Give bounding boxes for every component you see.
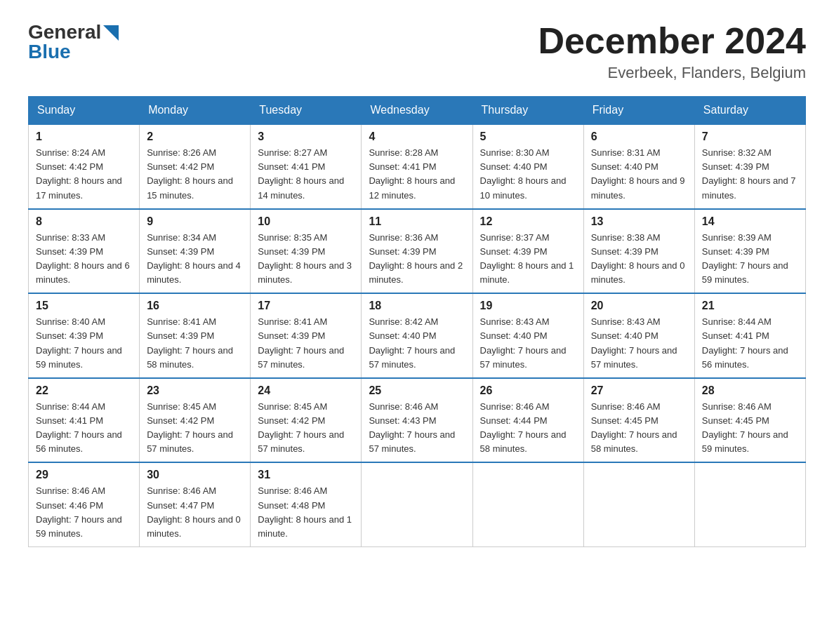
calendar-day-cell: 19 Sunrise: 8:43 AMSunset: 4:40 PMDaylig… bbox=[472, 293, 583, 378]
day-info: Sunrise: 8:44 AMSunset: 4:41 PMDaylight:… bbox=[702, 316, 788, 369]
calendar-day-cell: 28 Sunrise: 8:46 AMSunset: 4:45 PMDaylig… bbox=[694, 378, 805, 463]
day-number: 31 bbox=[258, 469, 354, 481]
logo: General Blue bbox=[28, 21, 119, 63]
day-number: 20 bbox=[591, 300, 687, 312]
title-area: December 2024 Everbeek, Flanders, Belgiu… bbox=[538, 21, 806, 82]
day-info: Sunrise: 8:36 AMSunset: 4:39 PMDaylight:… bbox=[369, 232, 463, 285]
weekday-header-row: SundayMondayTuesdayWednesdayThursdayFrid… bbox=[29, 97, 806, 125]
day-number: 9 bbox=[147, 215, 243, 228]
day-info: Sunrise: 8:43 AMSunset: 4:40 PMDaylight:… bbox=[480, 316, 567, 369]
day-number: 26 bbox=[480, 384, 576, 397]
day-info: Sunrise: 8:46 AMSunset: 4:43 PMDaylight:… bbox=[369, 401, 455, 454]
day-number: 28 bbox=[702, 384, 798, 397]
calendar-day-cell: 15 Sunrise: 8:40 AMSunset: 4:39 PMDaylig… bbox=[29, 293, 140, 378]
day-number: 22 bbox=[36, 384, 132, 397]
weekday-header-tuesday: Tuesday bbox=[251, 97, 362, 125]
day-info: Sunrise: 8:24 AMSunset: 4:42 PMDaylight:… bbox=[36, 147, 122, 200]
calendar-week-row: 1 Sunrise: 8:24 AMSunset: 4:42 PMDayligh… bbox=[29, 124, 806, 209]
logo-blue-text: Blue bbox=[28, 41, 71, 63]
calendar-day-cell: 23 Sunrise: 8:45 AMSunset: 4:42 PMDaylig… bbox=[140, 378, 251, 463]
calendar-day-cell: 7 Sunrise: 8:32 AMSunset: 4:39 PMDayligh… bbox=[694, 124, 805, 209]
calendar-day-cell: 13 Sunrise: 8:38 AMSunset: 4:39 PMDaylig… bbox=[583, 209, 694, 294]
weekday-header-thursday: Thursday bbox=[472, 97, 583, 125]
day-number: 5 bbox=[480, 130, 576, 143]
day-info: Sunrise: 8:42 AMSunset: 4:40 PMDaylight:… bbox=[369, 316, 455, 369]
day-number: 21 bbox=[702, 300, 798, 312]
day-info: Sunrise: 8:46 AMSunset: 4:44 PMDaylight:… bbox=[480, 401, 567, 454]
month-title: December 2024 bbox=[538, 21, 806, 61]
calendar-day-cell: 14 Sunrise: 8:39 AMSunset: 4:39 PMDaylig… bbox=[694, 209, 805, 294]
day-number: 4 bbox=[369, 130, 465, 143]
day-number: 14 bbox=[702, 215, 798, 228]
day-number: 17 bbox=[258, 300, 354, 312]
day-info: Sunrise: 8:46 AMSunset: 4:46 PMDaylight:… bbox=[36, 485, 122, 538]
day-info: Sunrise: 8:46 AMSunset: 4:45 PMDaylight:… bbox=[591, 401, 677, 454]
calendar-day-cell: 5 Sunrise: 8:30 AMSunset: 4:40 PMDayligh… bbox=[472, 124, 583, 209]
calendar-day-cell: 1 Sunrise: 8:24 AMSunset: 4:42 PMDayligh… bbox=[29, 124, 140, 209]
calendar-day-cell: 2 Sunrise: 8:26 AMSunset: 4:42 PMDayligh… bbox=[140, 124, 251, 209]
calendar-day-cell: 4 Sunrise: 8:28 AMSunset: 4:41 PMDayligh… bbox=[362, 124, 472, 209]
calendar-day-cell: 20 Sunrise: 8:43 AMSunset: 4:40 PMDaylig… bbox=[583, 293, 694, 378]
calendar-table: SundayMondayTuesdayWednesdayThursdayFrid… bbox=[28, 96, 806, 547]
calendar-day-cell: 12 Sunrise: 8:37 AMSunset: 4:39 PMDaylig… bbox=[472, 209, 583, 294]
calendar-day-cell bbox=[472, 462, 583, 546]
day-number: 7 bbox=[702, 130, 798, 143]
day-number: 11 bbox=[369, 215, 465, 228]
day-info: Sunrise: 8:43 AMSunset: 4:40 PMDaylight:… bbox=[591, 316, 677, 369]
day-info: Sunrise: 8:31 AMSunset: 4:40 PMDaylight:… bbox=[591, 147, 685, 200]
day-number: 25 bbox=[369, 384, 465, 397]
location-subtitle: Everbeek, Flanders, Belgium bbox=[538, 64, 806, 82]
calendar-day-cell: 24 Sunrise: 8:45 AMSunset: 4:42 PMDaylig… bbox=[251, 378, 362, 463]
day-info: Sunrise: 8:44 AMSunset: 4:41 PMDaylight:… bbox=[36, 401, 122, 454]
day-number: 2 bbox=[147, 130, 243, 143]
weekday-header-wednesday: Wednesday bbox=[362, 97, 472, 125]
calendar-day-cell: 27 Sunrise: 8:46 AMSunset: 4:45 PMDaylig… bbox=[583, 378, 694, 463]
day-info: Sunrise: 8:40 AMSunset: 4:39 PMDaylight:… bbox=[36, 316, 122, 369]
calendar-day-cell: 25 Sunrise: 8:46 AMSunset: 4:43 PMDaylig… bbox=[362, 378, 472, 463]
day-info: Sunrise: 8:35 AMSunset: 4:39 PMDaylight:… bbox=[258, 232, 352, 285]
day-info: Sunrise: 8:37 AMSunset: 4:39 PMDaylight:… bbox=[480, 232, 574, 285]
logo-arrow-icon bbox=[103, 25, 119, 41]
day-number: 8 bbox=[36, 215, 132, 228]
day-info: Sunrise: 8:46 AMSunset: 4:45 PMDaylight:… bbox=[702, 401, 788, 454]
day-number: 3 bbox=[258, 130, 354, 143]
day-info: Sunrise: 8:46 AMSunset: 4:48 PMDaylight:… bbox=[258, 485, 352, 538]
day-number: 13 bbox=[591, 215, 687, 228]
day-info: Sunrise: 8:27 AMSunset: 4:41 PMDaylight:… bbox=[258, 147, 344, 200]
calendar-day-cell bbox=[362, 462, 472, 546]
day-number: 1 bbox=[36, 130, 132, 143]
calendar-day-cell: 18 Sunrise: 8:42 AMSunset: 4:40 PMDaylig… bbox=[362, 293, 472, 378]
calendar-day-cell: 8 Sunrise: 8:33 AMSunset: 4:39 PMDayligh… bbox=[29, 209, 140, 294]
calendar-day-cell: 26 Sunrise: 8:46 AMSunset: 4:44 PMDaylig… bbox=[472, 378, 583, 463]
calendar-day-cell: 17 Sunrise: 8:41 AMSunset: 4:39 PMDaylig… bbox=[251, 293, 362, 378]
calendar-day-cell: 16 Sunrise: 8:41 AMSunset: 4:39 PMDaylig… bbox=[140, 293, 251, 378]
svg-marker-0 bbox=[103, 25, 119, 41]
weekday-header-monday: Monday bbox=[140, 97, 251, 125]
day-info: Sunrise: 8:46 AMSunset: 4:47 PMDaylight:… bbox=[147, 485, 241, 538]
day-info: Sunrise: 8:45 AMSunset: 4:42 PMDaylight:… bbox=[258, 401, 344, 454]
day-info: Sunrise: 8:26 AMSunset: 4:42 PMDaylight:… bbox=[147, 147, 233, 200]
weekday-header-friday: Friday bbox=[583, 97, 694, 125]
calendar-week-row: 8 Sunrise: 8:33 AMSunset: 4:39 PMDayligh… bbox=[29, 209, 806, 294]
day-number: 30 bbox=[147, 469, 243, 481]
calendar-day-cell: 3 Sunrise: 8:27 AMSunset: 4:41 PMDayligh… bbox=[251, 124, 362, 209]
calendar-day-cell: 6 Sunrise: 8:31 AMSunset: 4:40 PMDayligh… bbox=[583, 124, 694, 209]
day-number: 18 bbox=[369, 300, 465, 312]
weekday-header-sunday: Sunday bbox=[29, 97, 140, 125]
day-number: 6 bbox=[591, 130, 687, 143]
day-number: 16 bbox=[147, 300, 243, 312]
day-info: Sunrise: 8:41 AMSunset: 4:39 PMDaylight:… bbox=[258, 316, 344, 369]
day-info: Sunrise: 8:38 AMSunset: 4:39 PMDaylight:… bbox=[591, 232, 685, 285]
day-number: 12 bbox=[480, 215, 576, 228]
day-number: 23 bbox=[147, 384, 243, 397]
day-info: Sunrise: 8:34 AMSunset: 4:39 PMDaylight:… bbox=[147, 232, 241, 285]
weekday-header-saturday: Saturday bbox=[694, 97, 805, 125]
calendar-week-row: 15 Sunrise: 8:40 AMSunset: 4:39 PMDaylig… bbox=[29, 293, 806, 378]
calendar-day-cell: 11 Sunrise: 8:36 AMSunset: 4:39 PMDaylig… bbox=[362, 209, 472, 294]
day-number: 29 bbox=[36, 469, 132, 481]
day-info: Sunrise: 8:30 AMSunset: 4:40 PMDaylight:… bbox=[480, 147, 567, 200]
day-number: 10 bbox=[258, 215, 354, 228]
calendar-day-cell bbox=[694, 462, 805, 546]
calendar-day-cell: 9 Sunrise: 8:34 AMSunset: 4:39 PMDayligh… bbox=[140, 209, 251, 294]
calendar-day-cell: 31 Sunrise: 8:46 AMSunset: 4:48 PMDaylig… bbox=[251, 462, 362, 546]
